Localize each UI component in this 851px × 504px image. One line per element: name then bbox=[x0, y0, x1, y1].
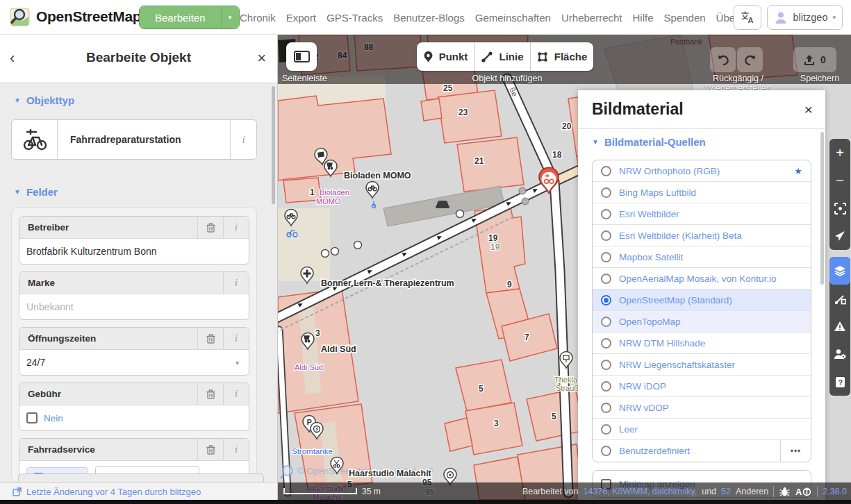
preferences-button[interactable] bbox=[829, 340, 850, 368]
radio-icon[interactable] bbox=[601, 360, 611, 370]
attribution-editors-link[interactable]: 14376, KöWiMM, dalchimsky, bbox=[583, 487, 697, 496]
felder-disclosure[interactable]: ▼ Felder bbox=[14, 186, 58, 198]
save-button[interactable]: 0 bbox=[793, 47, 836, 72]
attribution-count-link[interactable]: 52 bbox=[721, 487, 731, 496]
objekttyp-label: Objekttyp bbox=[26, 94, 74, 106]
radio-selected-icon[interactable] bbox=[601, 295, 611, 305]
edit-button[interactable]: Bearbeiten bbox=[140, 6, 221, 28]
edit-split-button[interactable]: Bearbeiten ▾ bbox=[139, 6, 240, 29]
radio-icon[interactable] bbox=[601, 274, 611, 284]
nav-link-gemeinschaften[interactable]: Gemeinschaften bbox=[475, 12, 551, 24]
user-settings-icon bbox=[834, 348, 846, 360]
oeffnungszeiten-input[interactable] bbox=[26, 351, 242, 374]
close-icon[interactable]: × bbox=[804, 101, 813, 118]
nav-link-export[interactable]: Export bbox=[286, 12, 316, 24]
report-bug-icon[interactable] bbox=[779, 487, 791, 496]
version-link[interactable]: 2.38.0 bbox=[823, 487, 847, 496]
radio-icon[interactable] bbox=[601, 187, 611, 198]
marke-input[interactable] bbox=[26, 295, 242, 319]
source-nrw-orthophoto[interactable]: NRW Orthophoto (RGB) ★ bbox=[593, 160, 811, 182]
custom-source-settings-button[interactable]: ••• bbox=[780, 440, 811, 462]
last-edit-link[interactable]: Letzte Änderung vor 4 Tagen durch blitzg… bbox=[26, 487, 201, 497]
map-data-button[interactable] bbox=[829, 285, 850, 312]
nav-link-spenden[interactable]: Spenden bbox=[664, 12, 706, 24]
preset-card[interactable]: Fahrradreparaturstation i bbox=[11, 119, 257, 160]
imagery-layers-button[interactable] bbox=[829, 257, 850, 285]
source-esri[interactable]: Esri Weltbilder bbox=[593, 203, 811, 225]
chevron-down-icon: ▾ bbox=[229, 14, 232, 21]
source-nrw-vdop[interactable]: NRW vDOP bbox=[593, 397, 811, 419]
zoom-to-selection-button[interactable] bbox=[829, 194, 850, 222]
upload-icon bbox=[804, 54, 815, 66]
last-edit-footer: Letzte Änderung vor 4 Tagen durch blitzg… bbox=[0, 482, 277, 500]
zoom-in-button[interactable]: + bbox=[829, 139, 850, 167]
nav-link-gps-tracks[interactable]: GPS-Tracks bbox=[327, 12, 383, 24]
radio-icon[interactable] bbox=[601, 252, 611, 262]
info-icon[interactable]: i bbox=[223, 383, 249, 405]
nav-link-chronik[interactable]: Chronik bbox=[240, 12, 276, 24]
source-esri-clarity[interactable]: Esri Weltbilder (Klarheit) Beta bbox=[593, 225, 811, 246]
source-mapbox[interactable]: Mapbox Satellit bbox=[593, 246, 811, 268]
nav-link-urheberrecht[interactable]: Urheberrecht bbox=[561, 12, 622, 24]
trash-icon[interactable] bbox=[197, 439, 223, 461]
add-point-button[interactable]: Punkt bbox=[417, 42, 475, 71]
source-custom[interactable]: Benutzerdefiniert ••• bbox=[593, 440, 811, 462]
add-area-button[interactable]: Fläche bbox=[531, 42, 593, 71]
close-icon[interactable]: × bbox=[257, 49, 266, 68]
aldi-label: Aldi Süd bbox=[321, 344, 356, 354]
source-osm-standard[interactable]: OpenStreetMap (Standard) bbox=[593, 289, 811, 311]
nav-link-benutzer-blogs[interactable]: Benutzer-Blogs bbox=[393, 12, 465, 24]
source-nrw-liegenschaftskataster[interactable]: NRW Liegenschaftskataster bbox=[593, 354, 811, 376]
betreiber-input[interactable] bbox=[26, 240, 242, 263]
chevron-down-icon[interactable]: ▾ bbox=[236, 359, 239, 367]
thekla-label-1: Thekla bbox=[554, 376, 578, 384]
nav-link-hilfe[interactable]: Hilfe bbox=[633, 12, 654, 24]
radio-icon[interactable] bbox=[601, 317, 611, 327]
language-button[interactable]: A bbox=[734, 5, 761, 30]
source-openaerialmap[interactable]: OpenAerialMap Mosaik, von Kontur.io bbox=[593, 268, 811, 289]
radio-icon[interactable] bbox=[601, 403, 611, 413]
preset-info-button[interactable]: i bbox=[230, 120, 256, 159]
info-icon[interactable]: i bbox=[223, 217, 249, 239]
trash-icon[interactable] bbox=[197, 217, 223, 239]
source-nrw-dtm[interactable]: NRW DTM Hillshade bbox=[593, 333, 811, 354]
user-menu-button[interactable]: blitzgeo ▾ bbox=[767, 5, 843, 30]
osm-brand[interactable]: OpenStreetMap bbox=[10, 6, 141, 27]
source-nrw-idop[interactable]: NRW iDOP bbox=[593, 376, 811, 397]
objekttyp-disclosure[interactable]: ▼ Objekttyp bbox=[14, 94, 74, 106]
source-leer[interactable]: Leer bbox=[593, 419, 811, 440]
gebuehr-checkbox-label[interactable]: Nein bbox=[44, 413, 63, 423]
source-bing[interactable]: Bing Maps Luftbild bbox=[593, 182, 811, 203]
info-icon[interactable]: i bbox=[223, 272, 249, 294]
edit-caret-button[interactable]: ▾ bbox=[221, 6, 239, 28]
imagery-scrollbar[interactable] bbox=[820, 132, 824, 285]
imagery-sources-disclosure[interactable]: ▼ Bildmaterial-Quellen bbox=[592, 136, 706, 148]
radio-icon[interactable] bbox=[601, 381, 611, 392]
zoom-out-button[interactable]: − bbox=[829, 167, 850, 194]
radio-icon[interactable] bbox=[601, 446, 611, 456]
trash-icon[interactable] bbox=[197, 328, 223, 350]
sidebar-toggle-button[interactable] bbox=[286, 42, 317, 71]
svg-text:21: 21 bbox=[474, 156, 484, 166]
info-icon[interactable]: i bbox=[223, 439, 249, 461]
external-link-icon bbox=[13, 487, 22, 496]
radio-icon[interactable] bbox=[601, 166, 611, 176]
source-opentopomap[interactable]: OpenTopoMap bbox=[593, 311, 811, 333]
add-line-button[interactable]: Linie bbox=[475, 42, 531, 71]
gebuehr-checkbox[interactable] bbox=[26, 412, 38, 423]
geolocate-button[interactable] bbox=[829, 222, 850, 250]
info-icon[interactable]: i bbox=[223, 328, 249, 350]
help-button[interactable]: ? bbox=[829, 368, 850, 396]
radio-icon[interactable] bbox=[601, 209, 611, 219]
translate-attribution-icon[interactable]: A bbox=[795, 486, 812, 496]
issues-button[interactable] bbox=[829, 312, 850, 340]
radio-icon[interactable] bbox=[601, 230, 611, 241]
radio-icon[interactable] bbox=[601, 338, 611, 348]
radio-icon[interactable] bbox=[601, 424, 611, 435]
field-label: Betreiber bbox=[19, 222, 197, 233]
map-canvas[interactable]: © OpenStreetMap ODbL 1.0 84 88 2 25 23 2… bbox=[278, 35, 851, 500]
undo-button[interactable] bbox=[710, 47, 736, 72]
trash-icon[interactable] bbox=[197, 383, 223, 405]
redo-button[interactable] bbox=[737, 47, 763, 72]
sidebar-scrollbar[interactable] bbox=[272, 86, 275, 204]
